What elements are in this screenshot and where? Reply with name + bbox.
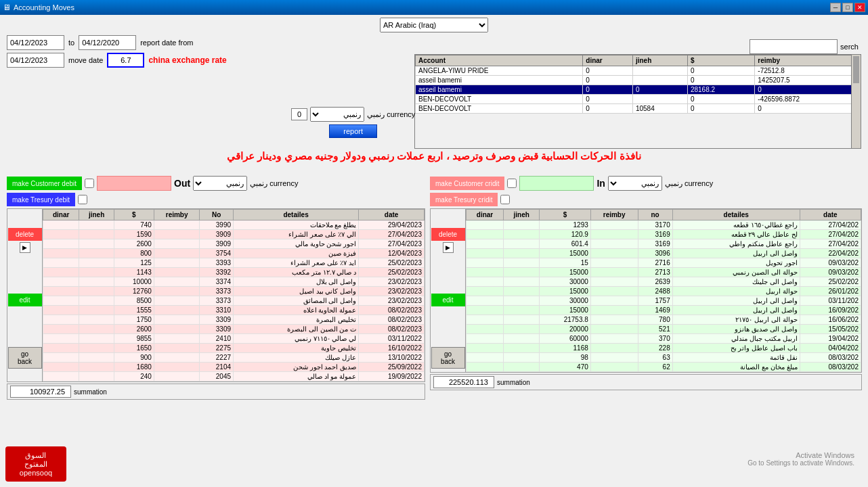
search-input[interactable] <box>750 39 838 54</box>
account-table-row[interactable]: BEN-DECOVOLT 0 10584 0 0 <box>416 104 861 114</box>
r-details: مبلغ مخان مع الصيانة <box>672 363 800 372</box>
r-dollar: 15000 <box>540 306 591 315</box>
report-button[interactable]: report <box>329 124 377 138</box>
right-table-row[interactable]: 15000 2713 حوالة الى الصين رنمبي 09/03/2… <box>466 268 861 277</box>
right-table-row[interactable]: 601.4 3169 راجع عاطل منكتم واطي 27/04/20… <box>466 239 861 249</box>
right-table-row[interactable]: 15000 3096 واصل الى اربيل 22/04/202 <box>466 249 861 258</box>
right-currency-select[interactable]: رنمبيدينارجنيه$ <box>608 176 662 191</box>
right-table-row[interactable]: 15000 2488 حوالة اربيل 26/01/202 <box>466 287 861 296</box>
l-jineh <box>79 249 114 258</box>
make-treasury-debit-button[interactable]: make Tresury debit <box>7 193 75 206</box>
left-table-row[interactable]: 1143 3392 د صالي ١٢.٧ متر مكعب 25/02/202… <box>43 268 425 277</box>
left-table-scroll[interactable]: dinar jineh $ reimby No detailes date 74… <box>43 209 425 381</box>
left-table-row[interactable]: 1590 3909 الي ٧٪ على صعر الشراء 27/04/20… <box>43 230 425 239</box>
make-treasury-credit-button[interactable]: make Tresury cridit <box>430 193 498 206</box>
l-dinar <box>43 315 79 325</box>
right-delete-button[interactable]: delete <box>431 228 465 241</box>
left-table-row[interactable]: 2600 3309 ت من الصين الى البصرة 08/02/20… <box>43 325 425 334</box>
right-edit-button[interactable]: edit <box>431 294 465 306</box>
reimby-cell: -72512.8 <box>755 66 861 76</box>
l-reimby <box>154 325 200 334</box>
right-table-row[interactable]: 1168 228 باب اصيل عاطل واتر بح 04/04/202 <box>466 344 861 353</box>
move-date-input[interactable]: 04/12/2023 <box>7 53 64 68</box>
right-expand-button[interactable]: ▶ <box>443 242 454 253</box>
treasury-credit-checkbox[interactable] <box>500 195 510 204</box>
right-table-row[interactable]: 15000 1469 واصل الى اربيل 16/09/202 <box>466 306 861 315</box>
r-dinar <box>466 277 504 287</box>
r-date: 27/04/202 <box>800 221 861 230</box>
r-date: 04/04/202 <box>800 344 861 353</box>
l-no: 3392 <box>200 268 234 277</box>
right-table-row[interactable]: 30000 2639 واصل الى جلينك 25/02/202 <box>466 277 861 287</box>
date-from-input[interactable]: 04/12/2023 <box>7 35 64 50</box>
l-reimby <box>154 372 200 381</box>
col-account: Account <box>416 55 583 66</box>
right-table-scroll[interactable]: dinar jineh $ reimby no detailes date 12… <box>466 209 861 372</box>
left-table-row[interactable]: 125 3393 ايد ٧٪ على صعر الشراء 25/02/202… <box>43 258 425 268</box>
l-dollar: 1555 <box>114 306 154 315</box>
right-goback-button[interactable]: goback <box>431 347 465 369</box>
left-table-row[interactable]: 12760 3373 واصل كاني بيد اصيل 23/02/2023 <box>43 287 425 296</box>
date-to-input[interactable]: 04/12/2020 <box>79 35 136 50</box>
make-customer-credit-button[interactable]: make Customer cridit <box>430 177 504 190</box>
right-summation-row: 225520.113 summation <box>430 374 862 390</box>
right-table-row[interactable]: 30000 1757 واصل الى اربيل 03/11/202 <box>466 296 861 306</box>
top-controls-row2: 04/12/2023 move date 6.7 china exchange … <box>7 53 227 68</box>
language-select[interactable]: AR Arabic (Iraq) EN English <box>380 18 488 32</box>
l-date: 27/04/2023 <box>359 230 425 239</box>
left-table-row[interactable]: 8500 3373 واصل الى المصائق 23/02/2023 <box>43 296 425 306</box>
account-table-row[interactable]: asseil bamemi 0 0 1425207.5 <box>416 76 861 85</box>
r-date: 26/01/202 <box>800 287 861 296</box>
left-table-row[interactable]: 1680 2104 صديق احمد اجور شحن 25/09/2022 <box>43 363 425 372</box>
currency-report-area: 0 رنمبي دينار جنيه $ currency رنمبي repo… <box>291 107 415 138</box>
right-table-row[interactable]: 1293 3170 راجع غطالي١٦٥٠ قطعه 27/04/202 <box>466 221 861 230</box>
customer-credit-input[interactable] <box>519 176 594 191</box>
left-table-row[interactable]: 9855 2410 لي صالي ٧١١٥٠ رنمبي 03/11/2022 <box>43 334 425 344</box>
r-date: 22/04/202 <box>800 249 861 258</box>
right-table-row[interactable]: 15 2716 اجور تحويل 09/03/202 <box>466 258 861 268</box>
right-table-row[interactable]: 60000 370 اربيل مكتب جبال مندلي 19/04/20… <box>466 334 861 344</box>
left-table-row[interactable]: 240 2045 عمولة مو اد صالي 19/09/2022 <box>43 372 425 381</box>
left-table-row[interactable]: 740 3990 يطلغ مع ملاحقات 29/04/2023 <box>43 221 425 230</box>
close-button[interactable]: ✕ <box>854 3 865 12</box>
make-customer-debit-button[interactable]: make Customer debit <box>7 177 82 190</box>
account-table-row[interactable]: BEN-DECOVOLT 0 0 -426596.8872 <box>416 95 861 104</box>
right-table-row[interactable]: 470 62 مبلغ مخان مع الصيانة 08/03/202 <box>466 363 861 372</box>
left-expand-button[interactable]: ▶ <box>20 242 30 253</box>
treasury-debit-checkbox[interactable] <box>78 195 87 204</box>
left-table-row[interactable]: 1555 3310 عمولة الحاوية اعلاه 08/02/2023 <box>43 306 425 315</box>
right-table-row[interactable]: 21753.8 780 حوالة الى اربيل ٢١٧٥٠ 16/06/… <box>466 315 861 325</box>
watermark: Activate Windows Go to Settings to activ… <box>747 451 854 467</box>
left-currency-select[interactable]: رنمبيدينارجنيه$ <box>193 176 247 191</box>
r-date: 03/11/202 <box>800 296 861 306</box>
account-table-row[interactable]: asseil bamemi 0 0 28168.2 0 <box>416 85 861 95</box>
customer-debit-input[interactable] <box>97 176 171 191</box>
left-edit-button[interactable]: edit <box>8 294 42 306</box>
left-table-row[interactable]: 900 2227 عازل صيلك 13/10/2022 <box>43 353 425 363</box>
minimize-button[interactable]: ─ <box>830 3 841 12</box>
top-currency-select[interactable]: رنمبي دينار جنيه $ <box>310 107 364 122</box>
col-dollar: $ <box>687 55 754 66</box>
customer-credit-checkbox[interactable] <box>507 179 517 188</box>
exchange-rate-input[interactable]: 6.7 <box>107 53 144 68</box>
account-table-row[interactable]: ANGELA-YIWU PRIDE 0 0 -72512.8 <box>416 66 861 76</box>
left-table-row[interactable]: 10000 3374 واصل الى بلال 23/02/2023 <box>43 277 425 287</box>
left-goback-button[interactable]: goback <box>8 347 42 369</box>
maximize-button[interactable]: □ <box>842 3 853 12</box>
customer-debit-checkbox[interactable] <box>85 179 94 188</box>
account-table-scrollbar[interactable] <box>851 55 861 148</box>
main-window: AR Arabic (Iraq) EN English 04/12/2023 t… <box>0 15 868 487</box>
r-details: حوالة اربيل <box>672 287 800 296</box>
left-table-row[interactable]: 800 3754 فيزة صين 12/04/2023 <box>43 249 425 258</box>
right-table-row[interactable]: 20000 521 واصل الى صديق هانزو 15/05/202 <box>466 325 861 334</box>
app-icon: 🖥 <box>3 3 11 12</box>
left-table-row[interactable]: 1750 3309 تخليص البصرة 08/02/2023 <box>43 315 425 325</box>
title-bar-title: Accounting Moves <box>14 3 74 11</box>
left-delete-button[interactable]: delete <box>8 228 42 241</box>
r-no: 62 <box>638 363 672 372</box>
left-table-row[interactable]: 2600 3909 اجور شحن حاوية مالي 27/04/2023 <box>43 239 425 249</box>
right-table-row[interactable]: 98 63 نقل قائمة 08/03/202 <box>466 353 861 363</box>
right-table-row[interactable]: 120.9 3169 لح عاطل عالي ٢٩ قطعه 27/04/20… <box>466 230 861 239</box>
l-date: 23/02/2023 <box>359 277 425 287</box>
left-table-row[interactable]: 1650 2275 تخليص حاوية 16/10/2022 <box>43 344 425 353</box>
